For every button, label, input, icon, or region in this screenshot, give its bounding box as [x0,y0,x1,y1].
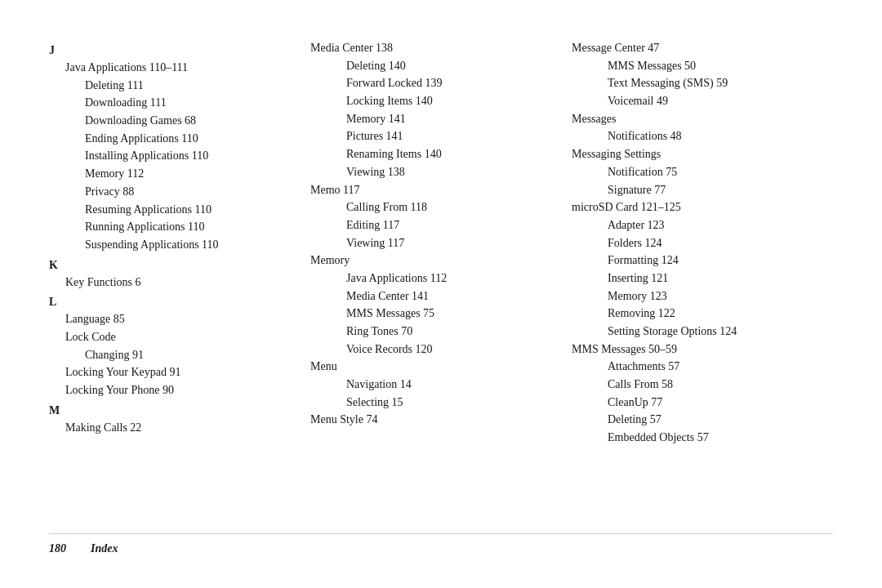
index-entry-level2: Locking Items 140 [310,92,555,110]
index-entry-level2: Downloading Games 68 [49,112,294,130]
index-entry-level1: Locking Your Phone 90 [49,381,294,399]
index-entry-level1: Java Applications 110–111 [49,59,294,77]
index-entry-level2: Embedded Objects 57 [572,429,817,447]
column-1: JJava Applications 110–111Deleting 111Do… [49,39,310,525]
index-entry-level2: Resuming Applications 110 [49,201,294,219]
index-entry-level1: Locking Your Keypad 91 [49,363,294,381]
index-entry-level2: Running Applications 110 [49,218,294,236]
column-3: Message Center 47MMS Messages 50Text Mes… [572,39,833,525]
index-entry-level2: Voice Records 120 [310,341,555,359]
letter-heading-M: M [49,404,294,417]
index-columns: JJava Applications 110–111Deleting 111Do… [49,39,833,525]
index-entry-level2: Text Messaging (SMS) 59 [572,74,817,92]
letter-heading-J: J [49,44,294,57]
index-entry-level0: Media Center 138 [310,39,555,57]
index-entry-level1: Lock Code [49,328,294,346]
index-entry-level2: Downloading 111 [49,94,294,112]
index-entry-level2: Signature 77 [572,181,817,199]
index-entry-level2: MMS Messages 50 [572,57,817,75]
footer-title: Index [91,542,118,555]
index-entry-level2: Java Applications 112 [310,270,555,287]
index-entry-level2: CleanUp 77 [572,394,817,412]
letter-heading-K: K [49,259,294,272]
index-entry-level2: Removing 122 [572,305,817,323]
index-entry-level2: Setting Storage Options 124 [572,323,817,341]
index-entry-level0: Menu Style 74 [310,411,555,429]
column-2: Media Center 138Deleting 140Forward Lock… [310,39,572,525]
index-entry-level2: Memory 141 [310,110,555,128]
footer: 180 Index [49,533,833,555]
index-entry-level2: Formatting 124 [572,252,817,270]
index-entry-level0: Memo 117 [310,181,555,199]
index-entry-level2: Notification 75 [572,163,817,181]
index-entry-level2: Deleting 140 [310,57,555,75]
index-entry-level2: Media Center 141 [310,287,555,305]
index-entry-level1: Making Calls 22 [49,419,294,437]
index-entry-level1: Language 85 [49,310,294,328]
index-entry-level2: Pictures 141 [310,127,555,145]
index-entry-level2: Privacy 88 [49,183,294,201]
index-entry-level2: Folders 124 [572,234,817,252]
index-entry-level0: Messaging Settings [572,145,817,163]
index-entry-level2: Changing 91 [49,346,294,364]
index-entry-level2: Attachments 57 [572,358,817,376]
index-entry-level2: MMS Messages 75 [310,305,555,323]
index-entry-level2: Voicemail 49 [572,92,817,110]
index-entry-level2: Calls From 58 [572,376,817,394]
index-entry-level2: Memory 112 [49,165,294,183]
index-entry-level2: Deleting 57 [572,411,817,429]
index-entry-level2: Memory 123 [572,287,817,305]
index-entry-level2: Renaming Items 140 [310,145,555,163]
index-entry-level2: Ring Tones 70 [310,323,555,341]
index-entry-level2: Suspending Applications 110 [49,236,294,254]
index-entry-level2: Forward Locked 139 [310,74,555,92]
index-entry-level2: Calling From 118 [310,198,555,216]
index-entry-level2: Viewing 138 [310,163,555,181]
index-entry-level0: microSD Card 121–125 [572,198,817,216]
index-entry-level0: Messages [572,110,817,128]
index-entry-level0: MMS Messages 50–59 [572,341,817,359]
index-entry-level2: Adapter 123 [572,216,817,234]
index-entry-level2: Navigation 14 [310,376,555,394]
index-entry-level2: Editing 117 [310,216,555,234]
index-entry-level2: Deleting 111 [49,77,294,95]
index-entry-level1: Key Functions 6 [49,274,294,292]
index-entry-level0: Menu [310,358,555,376]
letter-heading-L: L [49,296,294,309]
index-entry-level0: Message Center 47 [572,39,817,57]
index-entry-level2: Viewing 117 [310,234,555,252]
footer-page-number: 180 [49,542,66,555]
index-entry-level0: Memory [310,252,555,270]
index-entry-level2: Installing Applications 110 [49,147,294,165]
index-entry-level2: Ending Applications 110 [49,130,294,148]
index-entry-level2: Selecting 15 [310,394,555,412]
index-entry-level2: Notifications 48 [572,127,817,145]
index-entry-level2: Inserting 121 [572,270,817,287]
page: JJava Applications 110–111Deleting 111Do… [0,0,882,588]
